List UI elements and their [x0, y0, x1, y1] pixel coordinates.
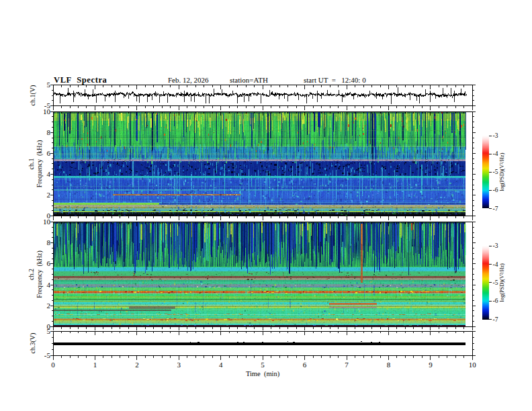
svg-text:-3: -3 [493, 242, 498, 249]
svg-text:Time (min): Time (min) [246, 370, 280, 378]
svg-text:2: 2 [47, 191, 51, 199]
svg-text:-5: -5 [44, 351, 51, 359]
svg-text:10: 10 [43, 218, 51, 226]
svg-text:6: 6 [47, 149, 51, 157]
svg-text:8: 8 [47, 238, 51, 246]
svg-text:-5: -5 [493, 279, 498, 286]
svg-text:Frequency (kHz): Frequency (kHz) [36, 140, 44, 188]
svg-text:-5: -5 [493, 169, 498, 175]
svg-text:-4: -4 [493, 150, 498, 157]
svg-text:0: 0 [51, 361, 55, 369]
svg-text:10: 10 [469, 361, 477, 369]
svg-text:ch.1: ch.1 [28, 158, 36, 169]
svg-text:-3: -3 [493, 132, 498, 139]
svg-text:-4: -4 [493, 261, 498, 268]
svg-text:2: 2 [135, 361, 139, 369]
svg-text:ch.2: ch.2 [28, 269, 36, 280]
svg-text:4: 4 [219, 361, 223, 369]
svg-text:4: 4 [47, 170, 51, 178]
svg-text:Frequency (kHz): Frequency (kHz) [36, 250, 44, 298]
svg-text:6: 6 [303, 361, 307, 369]
svg-text:log(PSD)(V²/Hz): log(PSD)(V²/Hz) [499, 263, 505, 302]
svg-text:-7: -7 [493, 316, 498, 323]
svg-text:8: 8 [387, 361, 391, 369]
svg-text:5: 5 [261, 361, 265, 369]
svg-text:-6: -6 [493, 298, 498, 304]
svg-text:6: 6 [47, 259, 51, 267]
svg-text:VLF Spectra: VLF Spectra [54, 75, 107, 85]
svg-text:5: 5 [47, 327, 51, 335]
svg-text:8: 8 [47, 128, 51, 136]
svg-text:1: 1 [93, 361, 97, 369]
svg-text:2: 2 [47, 302, 51, 310]
svg-text:start UT = 12:40: 0: start UT = 12:40: 0 [304, 76, 366, 84]
svg-text:Feb. 12, 2026: Feb. 12, 2026 [168, 76, 209, 84]
svg-text:4: 4 [47, 281, 51, 289]
svg-text:3: 3 [177, 361, 181, 369]
svg-text:9: 9 [429, 361, 433, 369]
svg-text:10: 10 [43, 107, 51, 116]
svg-text:ch.3(V): ch.3(V) [29, 333, 37, 354]
svg-text:7: 7 [345, 361, 349, 369]
svg-text:station=ATH: station=ATH [230, 76, 268, 84]
svg-text:5: 5 [47, 81, 51, 89]
svg-text:log(PSD)(V²/Hz): log(PSD)(V²/Hz) [499, 152, 505, 191]
svg-text:-6: -6 [493, 187, 498, 193]
svg-text:-7: -7 [493, 205, 498, 212]
svg-text:ch.1(V): ch.1(V) [29, 85, 37, 106]
